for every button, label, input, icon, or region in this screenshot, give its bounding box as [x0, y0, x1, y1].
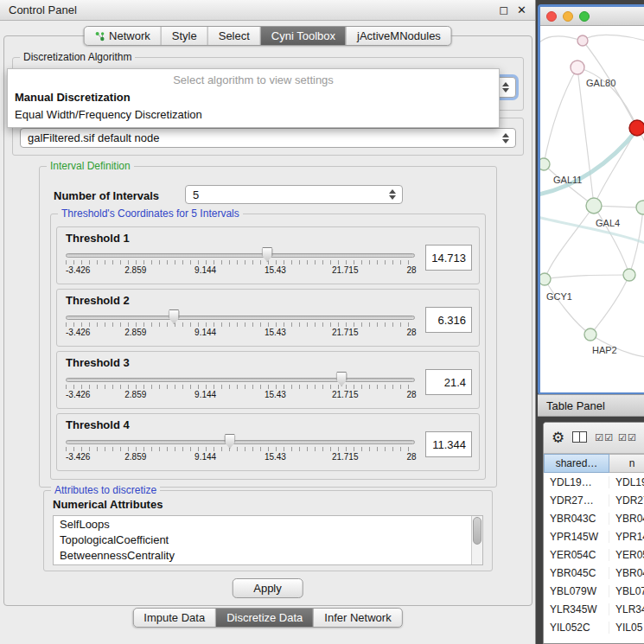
- column-header[interactable]: n: [609, 454, 644, 473]
- list-scrollbar[interactable]: [471, 516, 482, 564]
- threshold-slider[interactable]: -3.4262.8599.14415.4321.71528: [66, 433, 415, 466]
- cell-name: YDL19: [609, 476, 644, 488]
- network-node[interactable]: [540, 273, 551, 285]
- checkbox-icon[interactable]: ☑: [604, 432, 613, 443]
- table-row[interactable]: YIL052CYIL05: [544, 618, 644, 636]
- checkbox-icon[interactable]: ☑: [628, 432, 636, 443]
- gear-icon[interactable]: ⚙: [552, 430, 564, 445]
- combo-stepper-icon: [386, 189, 399, 200]
- tab-network[interactable]: Network: [84, 27, 162, 45]
- scale-label: 21.715: [332, 328, 359, 337]
- list-item[interactable]: BetweennessCentrality: [54, 548, 470, 564]
- tab-jactivemnodules[interactable]: jActiveMNodules: [347, 27, 451, 45]
- network-node[interactable]: [629, 120, 644, 136]
- cell-name: YIL05: [609, 622, 644, 634]
- close-window-icon[interactable]: ✕: [517, 4, 526, 16]
- table-body: YDL19…YDL19YDR27…YDR27YBR043CYBR04YPR145…: [544, 473, 644, 636]
- network-node[interactable]: [540, 158, 550, 170]
- network-node[interactable]: [586, 198, 602, 214]
- threshold-slider[interactable]: -3.4262.8599.14415.4321.71528: [66, 309, 415, 341]
- table-row[interactable]: YBR045CYBR04: [544, 564, 644, 582]
- network-edge: [544, 67, 577, 164]
- column-header[interactable]: shared…: [544, 454, 609, 473]
- desktop: Control Panel ◻ ✕ NetworkStyleSelectCyni…: [0, 0, 644, 644]
- zoom-traffic-light-icon[interactable]: [579, 11, 590, 22]
- table-panel-title: Table Panel: [546, 399, 605, 412]
- apply-button[interactable]: Apply: [232, 578, 303, 598]
- bottom-tab-infer-network[interactable]: Infer Network: [314, 609, 401, 627]
- cell-shared-name: YDR27…: [544, 494, 609, 507]
- network-node[interactable]: [636, 201, 644, 214]
- cell-shared-name: YLR345W: [544, 603, 609, 615]
- minimize-traffic-light-icon[interactable]: [563, 11, 573, 22]
- threshold-value-field[interactable]: 14.713: [425, 245, 472, 271]
- columns-icon[interactable]: [572, 430, 587, 446]
- threshold-value-field[interactable]: 11.344: [425, 431, 472, 457]
- table-data-combo[interactable]: galFiltered.sif default node: [20, 128, 516, 148]
- checkbox-icon[interactable]: ☑: [618, 432, 627, 443]
- scale-label: 2.859: [124, 328, 146, 337]
- threshold-value-field[interactable]: 21.4: [425, 369, 472, 395]
- tab-cyni-toolbox[interactable]: Cyni Toolbox: [261, 27, 347, 45]
- table-row[interactable]: YBR043CYBR04: [544, 509, 644, 527]
- slider-rail: [66, 378, 415, 382]
- network-edge: [594, 206, 629, 275]
- cell-name: YER05: [609, 549, 644, 561]
- scale-label: 15.43: [265, 328, 286, 337]
- tab-label: Impute Data: [143, 611, 205, 624]
- top-tab-bar: NetworkStyleSelectCyni ToolboxjActiveMNo…: [83, 26, 452, 46]
- table-row[interactable]: YDL19…YDL19: [544, 473, 644, 491]
- scale-label: 28: [407, 390, 417, 399]
- algorithm-dropdown: Select algorithm to view settingsManual …: [7, 68, 500, 128]
- threshold-value-field[interactable]: 6.316: [425, 307, 472, 333]
- network-node[interactable]: [571, 61, 584, 74]
- slider-rail: [66, 253, 415, 258]
- scale-label: 2.859: [124, 265, 146, 275]
- threshold-slider[interactable]: -3.4262.8599.14415.4321.71528: [66, 246, 415, 279]
- node-label: HAP2: [592, 345, 617, 355]
- tab-style[interactable]: Style: [162, 27, 208, 45]
- bottom-tab-impute-data[interactable]: Impute Data: [133, 609, 216, 627]
- table-header: shared…n: [544, 454, 644, 473]
- network-window-titlebar: [540, 7, 644, 26]
- threshold-panel: Threshold 2-3.4262.8599.14415.4321.71528…: [56, 289, 480, 347]
- threshold-label: Threshold 1: [57, 227, 479, 245]
- threshold-label: Threshold 3: [57, 352, 479, 369]
- close-traffic-light-icon[interactable]: [546, 11, 557, 22]
- tab-label: Infer Network: [324, 611, 391, 624]
- table-row[interactable]: YPR145WYPR14: [544, 527, 644, 545]
- cell-name: YLR34: [609, 603, 644, 615]
- list-item[interactable]: TopologicalCoefficient: [54, 532, 470, 548]
- threshold-slider[interactable]: -3.4262.8599.14415.4321.71528: [66, 371, 415, 404]
- slider-rail: [66, 316, 415, 320]
- bottom-tab-discretize-data[interactable]: Discretize Data: [216, 609, 314, 627]
- network-node[interactable]: [577, 35, 588, 46]
- float-window-icon[interactable]: ◻: [499, 4, 508, 16]
- table-row[interactable]: YER054CYER05: [544, 545, 644, 564]
- list-item[interactable]: SelfLoops: [54, 517, 470, 532]
- network-edge: [545, 275, 629, 279]
- group-title-attributes: Attributes to discretize: [51, 484, 160, 496]
- table-panel-header: Table Panel: [538, 394, 644, 417]
- tab-select[interactable]: Select: [208, 27, 261, 45]
- tab-label: Network: [109, 29, 150, 42]
- table-row[interactable]: YLR345WYLR34: [544, 600, 644, 618]
- node-label: GAL80: [586, 78, 615, 88]
- number-of-intervals-combo[interactable]: 5: [185, 185, 403, 204]
- table-row[interactable]: YBL079WYBL07: [544, 582, 644, 600]
- scale-label: 9.144: [194, 328, 216, 337]
- dropdown-item-equal-width-frequency-di[interactable]: Equal Width/Frequency Discretization: [8, 106, 499, 124]
- dropdown-item-select-algorithm-to-view[interactable]: Select algorithm to view settings: [8, 72, 499, 89]
- scrollbar-thumb[interactable]: [473, 517, 481, 545]
- dropdown-item-manual-discretization[interactable]: Manual Discretization: [8, 89, 499, 106]
- table-row[interactable]: YDR27…YDR27: [544, 491, 644, 509]
- network-edge: [590, 275, 629, 335]
- slider-ticks-icon: [66, 322, 415, 327]
- window-buttons: ◻ ✕: [499, 4, 526, 16]
- checkbox-icon[interactable]: ☑: [595, 432, 603, 443]
- cell-name: YBR04: [609, 567, 644, 579]
- network-node[interactable]: [584, 328, 596, 341]
- node-label: GAL4: [596, 218, 620, 228]
- network-canvas[interactable]: GAL80GAL11GAL4GCY1HAP2: [540, 26, 644, 395]
- network-node[interactable]: [623, 269, 635, 281]
